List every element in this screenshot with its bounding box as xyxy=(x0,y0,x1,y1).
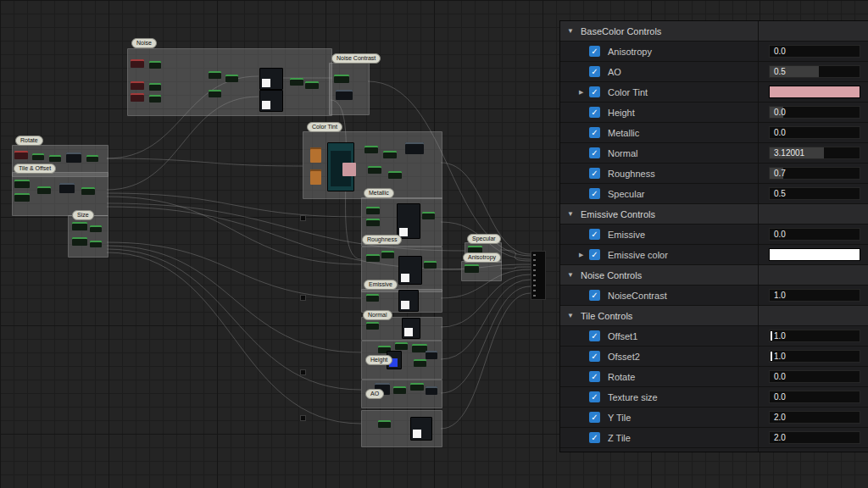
value-slider[interactable]: 2.0 xyxy=(769,411,860,424)
collapse-icon[interactable]: ▼ xyxy=(567,312,577,319)
value-slider[interactable]: 0.7 xyxy=(769,167,860,180)
graph-node[interactable] xyxy=(426,351,437,359)
value-slider[interactable]: 1.0 xyxy=(769,330,860,342)
graph-node[interactable] xyxy=(149,83,161,91)
override-checkbox[interactable]: ✓ xyxy=(589,86,600,97)
panel-column-splitter[interactable] xyxy=(758,21,759,452)
override-checkbox[interactable]: ✓ xyxy=(589,46,600,57)
graph-node[interactable] xyxy=(209,71,221,79)
graph-node[interactable] xyxy=(225,75,238,82)
graph-node[interactable] xyxy=(414,359,426,367)
graph-node[interactable] xyxy=(66,152,81,163)
param-row[interactable]: ✓Metallic0.0 xyxy=(560,123,868,143)
material-output-node[interactable] xyxy=(531,251,546,300)
graph-node[interactable] xyxy=(397,203,420,239)
param-row[interactable]: ✓Texture size0.0 xyxy=(560,387,868,408)
graph-node[interactable] xyxy=(398,256,422,285)
graph-node[interactable] xyxy=(378,420,391,428)
graph-node[interactable] xyxy=(259,90,283,112)
graph-node[interactable] xyxy=(342,163,356,176)
expand-icon[interactable]: ▶ xyxy=(579,252,589,258)
param-row[interactable]: ✓Z Tile2.0 xyxy=(560,428,868,448)
graph-node[interactable] xyxy=(32,153,44,160)
graph-node[interactable] xyxy=(131,81,144,90)
collapse-icon[interactable]: ▼ xyxy=(567,210,577,218)
override-checkbox[interactable]: ✓ xyxy=(589,229,600,240)
override-checkbox[interactable]: ✓ xyxy=(589,249,600,260)
graph-node[interactable] xyxy=(14,151,28,159)
param-row[interactable]: ✓Rotate0.0 xyxy=(560,367,868,387)
graph-node[interactable] xyxy=(49,155,61,162)
section-header[interactable]: ▼Emissive Controls xyxy=(560,204,868,225)
override-checkbox[interactable]: ✓ xyxy=(589,391,600,402)
param-row[interactable]: ✓Ofsset21.0 xyxy=(560,347,868,367)
graph-node[interactable] xyxy=(405,142,424,154)
graph-node[interactable] xyxy=(398,290,419,312)
value-slider[interactable]: 1.0 xyxy=(769,289,860,302)
value-slider[interactable]: 3.12001 xyxy=(769,147,860,159)
value-slider[interactable]: 0.0 xyxy=(769,228,860,241)
value-slider[interactable]: 0.0 xyxy=(769,45,860,58)
graph-node[interactable] xyxy=(410,417,432,441)
reroute-node[interactable] xyxy=(300,369,306,375)
graph-node[interactable] xyxy=(368,166,381,174)
param-row[interactable]: ✓AO0.5 xyxy=(560,62,868,82)
value-slider[interactable]: 1.0 xyxy=(769,350,860,363)
section-header[interactable]: ▼BaseColor Controls xyxy=(560,21,868,42)
override-checkbox[interactable]: ✓ xyxy=(589,330,600,341)
graph-node[interactable] xyxy=(81,187,95,195)
graph-node[interactable] xyxy=(402,318,420,339)
graph-node[interactable] xyxy=(366,207,380,214)
graph-node[interactable] xyxy=(131,93,144,102)
graph-node[interactable] xyxy=(364,146,378,153)
graph-node[interactable] xyxy=(310,147,321,163)
override-checkbox[interactable]: ✓ xyxy=(589,147,600,158)
override-checkbox[interactable]: ✓ xyxy=(589,371,600,382)
graph-node[interactable] xyxy=(310,169,321,185)
override-checkbox[interactable]: ✓ xyxy=(589,66,600,77)
graph-node[interactable] xyxy=(72,237,87,246)
override-checkbox[interactable]: ✓ xyxy=(589,351,600,362)
param-row[interactable]: ✓Y Tile2.0 xyxy=(560,408,868,428)
graph-node[interactable] xyxy=(334,75,349,83)
graph-node[interactable] xyxy=(131,59,144,68)
graph-node[interactable] xyxy=(395,342,408,350)
override-checkbox[interactable]: ✓ xyxy=(589,188,600,199)
graph-node[interactable] xyxy=(149,61,161,69)
param-row[interactable]: ✓Specular0.5 xyxy=(560,184,868,204)
color-swatch[interactable] xyxy=(769,248,860,261)
override-checkbox[interactable]: ✓ xyxy=(589,168,600,179)
value-slider[interactable]: 0.5 xyxy=(769,187,860,200)
override-checkbox[interactable]: ✓ xyxy=(589,412,600,423)
param-row[interactable]: ✓Anisotropy0.0 xyxy=(560,42,868,62)
graph-node[interactable] xyxy=(465,264,479,273)
graph-node[interactable] xyxy=(366,294,379,302)
override-checkbox[interactable]: ✓ xyxy=(589,432,600,443)
graph-node[interactable] xyxy=(383,151,397,158)
graph-node[interactable] xyxy=(259,68,283,90)
graph-node[interactable] xyxy=(290,78,303,86)
param-row[interactable]: ▶✓Color Tint xyxy=(560,82,868,103)
graph-node[interactable] xyxy=(388,171,402,179)
graph-node[interactable] xyxy=(14,193,30,202)
value-slider[interactable]: 0.0 xyxy=(769,370,860,383)
color-swatch[interactable] xyxy=(769,86,860,98)
override-checkbox[interactable]: ✓ xyxy=(589,107,600,118)
param-row[interactable]: ✓NoiseContrast1.0 xyxy=(560,286,868,306)
value-slider[interactable]: 0.0 xyxy=(769,126,860,139)
graph-node[interactable] xyxy=(149,95,161,103)
param-row[interactable]: ✓Offset11.0 xyxy=(560,326,868,347)
comment-box[interactable] xyxy=(329,63,370,115)
reroute-node[interactable] xyxy=(300,415,306,421)
graph-node[interactable] xyxy=(426,386,437,395)
graph-node[interactable] xyxy=(90,241,102,247)
param-row[interactable]: ✓Height0.0 xyxy=(560,103,868,123)
param-row[interactable]: ✓Emissive0.0 xyxy=(560,225,868,245)
reroute-node[interactable] xyxy=(300,215,306,221)
value-slider[interactable]: 0.0 xyxy=(769,106,860,119)
graph-node[interactable] xyxy=(72,222,87,230)
graph-node[interactable] xyxy=(366,254,380,262)
graph-node[interactable] xyxy=(366,322,379,330)
graph-node[interactable] xyxy=(305,81,319,89)
override-checkbox[interactable]: ✓ xyxy=(589,127,600,138)
